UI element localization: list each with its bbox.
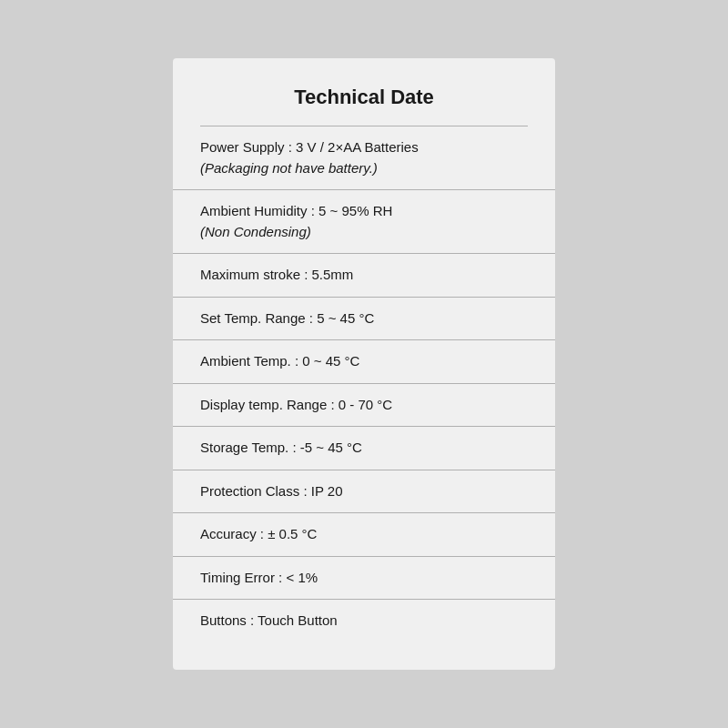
row-ambient-temp-line1: Ambient Temp. : 0 ~ 45 °C bbox=[200, 351, 528, 372]
row-ambient-humidity-line2: (Non Condensing) bbox=[200, 222, 528, 243]
row-protection-class-line1: Protection Class : IP 20 bbox=[200, 481, 528, 502]
row-ambient-humidity-line1: Ambient Humidity : 5 ~ 95% RH bbox=[200, 201, 528, 222]
row-protection-class: Protection Class : IP 20 bbox=[173, 470, 555, 514]
row-ambient-humidity: Ambient Humidity : 5 ~ 95% RH(Non Conden… bbox=[173, 190, 555, 254]
row-power-supply-line1: Power Supply : 3 V / 2×AA Batteries bbox=[200, 137, 528, 158]
row-timing-error: Timing Error : < 1% bbox=[173, 557, 555, 601]
row-display-temp-range: Display temp. Range : 0 - 70 °C bbox=[173, 384, 555, 428]
row-timing-error-line1: Timing Error : < 1% bbox=[200, 568, 528, 589]
row-display-temp-range-line1: Display temp. Range : 0 - 70 °C bbox=[200, 395, 528, 416]
row-accuracy-line1: Accuracy : ± 0.5 °C bbox=[200, 524, 528, 545]
technical-date-card: Technical Date Power Supply : 3 V / 2×AA… bbox=[173, 58, 555, 670]
row-storage-temp: Storage Temp. : -5 ~ 45 °C bbox=[173, 427, 555, 470]
specs-list: Power Supply : 3 V / 2×AA Batteries(Pack… bbox=[173, 126, 555, 642]
row-set-temp-range: Set Temp. Range : 5 ~ 45 °C bbox=[173, 298, 555, 341]
row-power-supply-line2: (Packaging not have battery.) bbox=[200, 158, 528, 179]
row-buttons-line1: Buttons : Touch Button bbox=[200, 611, 528, 632]
row-maximum-stroke-line1: Maximum stroke : 5.5mm bbox=[200, 265, 528, 286]
row-maximum-stroke: Maximum stroke : 5.5mm bbox=[173, 254, 555, 298]
row-storage-temp-line1: Storage Temp. : -5 ~ 45 °C bbox=[200, 438, 528, 459]
row-power-supply: Power Supply : 3 V / 2×AA Batteries(Pack… bbox=[173, 126, 555, 190]
row-ambient-temp: Ambient Temp. : 0 ~ 45 °C bbox=[173, 340, 555, 384]
card-title: Technical Date bbox=[173, 86, 555, 109]
row-buttons: Buttons : Touch Button bbox=[173, 600, 555, 642]
row-accuracy: Accuracy : ± 0.5 °C bbox=[173, 513, 555, 557]
row-set-temp-range-line1: Set Temp. Range : 5 ~ 45 °C bbox=[200, 308, 528, 329]
